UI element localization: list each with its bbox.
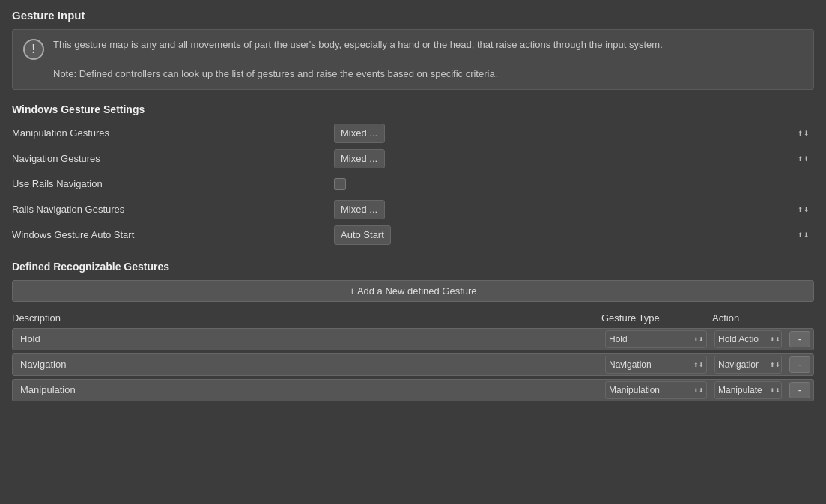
gesture-type-wrapper-0: Hold — [601, 330, 711, 348]
gesture-table: Hold Hold Hold Actio - Navigation Naviga… — [12, 328, 814, 401]
table-row: Manipulation Manipulation Manipulate - — [12, 379, 814, 401]
defined-gestures-title: Defined Recognizable Gestures — [12, 261, 814, 273]
windows-gesture-auto-start-select[interactable]: Auto Start — [334, 225, 391, 245]
info-text-line1: This gesture map is any and all movement… — [53, 37, 663, 52]
remove-gesture-button-1[interactable]: - — [789, 356, 810, 373]
manipulation-gestures-row: Manipulation Gestures Mixed ... — [12, 123, 814, 144]
defined-gestures-section: Defined Recognizable Gestures + Add a Ne… — [12, 261, 814, 401]
info-text-line2: Note: Defined controllers can look up th… — [53, 67, 663, 82]
windows-gesture-settings: Windows Gesture Settings Manipulation Ge… — [12, 103, 814, 246]
gesture-action-select-2[interactable]: Manipulate — [714, 381, 782, 399]
table-row: Navigation Navigation Navigatior - — [12, 353, 814, 376]
gesture-action-select-0[interactable]: Hold Actio — [714, 330, 782, 348]
page-title: Gesture Input — [12, 9, 814, 22]
gesture-action-select-1[interactable]: Navigatior — [714, 356, 782, 374]
gesture-description-0: Hold — [13, 333, 601, 344]
manipulation-gestures-label: Manipulation Gestures — [12, 127, 334, 139]
header-gesture-type: Gesture Type — [601, 312, 712, 324]
manipulation-gestures-dropdown-wrapper: Mixed ... — [334, 124, 814, 143]
rails-navigation-gestures-row: Rails Navigation Gestures Mixed ... — [12, 199, 814, 220]
gesture-type-select-2[interactable]: Manipulation — [605, 381, 707, 399]
gesture-type-select-1[interactable]: Navigation — [605, 356, 707, 374]
gesture-action-wrapper-1: Navigatior — [711, 356, 786, 374]
rails-navigation-gestures-dropdown-wrapper: Mixed ... — [334, 200, 814, 219]
use-rails-navigation-label: Use Rails Navigation — [12, 178, 334, 189]
info-icon: ! — [23, 39, 44, 60]
info-text: This gesture map is any and all movement… — [53, 37, 663, 82]
rails-navigation-gestures-select[interactable]: Mixed ... — [334, 200, 385, 219]
manipulation-gestures-select[interactable]: Mixed ... — [334, 124, 385, 143]
use-rails-navigation-row: Use Rails Navigation — [12, 174, 814, 195]
remove-gesture-button-2[interactable]: - — [789, 382, 810, 398]
table-header: Description Gesture Type Action — [12, 312, 814, 328]
gesture-action-wrapper-2: Manipulate — [711, 381, 786, 399]
use-rails-navigation-checkbox[interactable] — [334, 178, 346, 190]
gesture-type-select-0[interactable]: Hold — [605, 330, 707, 348]
rails-navigation-gestures-label: Rails Navigation Gestures — [12, 204, 334, 215]
windows-gesture-settings-title: Windows Gesture Settings — [12, 103, 814, 115]
gesture-description-1: Navigation — [13, 359, 601, 370]
gesture-description-2: Manipulation — [13, 384, 601, 395]
windows-gesture-auto-start-dropdown-wrapper: Auto Start — [334, 225, 814, 245]
windows-gesture-auto-start-label: Windows Gesture Auto Start — [12, 229, 334, 240]
navigation-gestures-label: Navigation Gestures — [12, 153, 334, 164]
add-gesture-button[interactable]: + Add a New defined Gesture — [12, 280, 814, 302]
gesture-type-wrapper-2: Manipulation — [601, 381, 711, 399]
windows-gesture-auto-start-row: Windows Gesture Auto Start Auto Start — [12, 225, 814, 246]
navigation-gestures-select[interactable]: Mixed ... — [334, 149, 385, 168]
gesture-type-wrapper-1: Navigation — [601, 356, 711, 374]
header-action: Action — [712, 312, 787, 324]
navigation-gestures-dropdown-wrapper: Mixed ... — [334, 149, 814, 168]
table-row: Hold Hold Hold Actio - — [12, 328, 814, 350]
gesture-action-wrapper-0: Hold Actio — [711, 330, 786, 348]
navigation-gestures-row: Navigation Gestures Mixed ... — [12, 148, 814, 169]
header-description: Description — [12, 312, 601, 324]
info-box: ! This gesture map is any and all moveme… — [12, 29, 814, 90]
remove-gesture-button-0[interactable]: - — [789, 331, 810, 347]
gesture-input-panel: Gesture Input ! This gesture map is any … — [0, 0, 826, 422]
